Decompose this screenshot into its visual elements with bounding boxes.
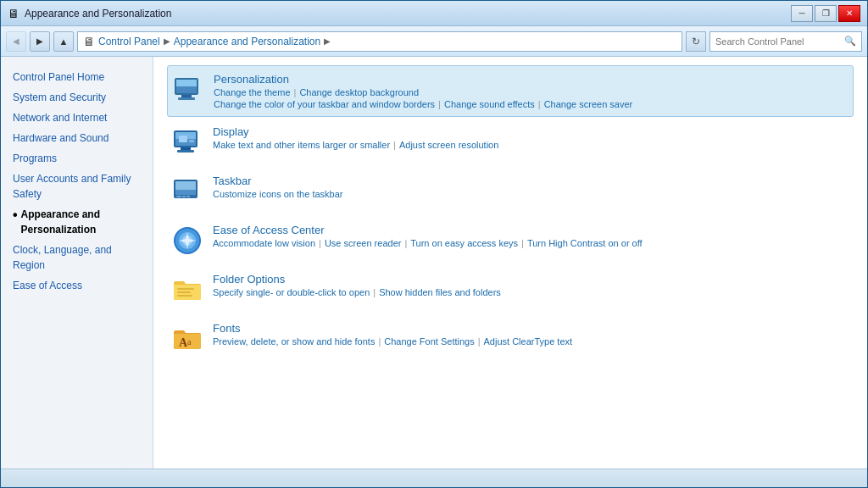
ease-icon bbox=[170, 224, 204, 258]
section-ease-of-access: Ease of Access Center Accommodate low vi… bbox=[167, 217, 854, 264]
link-accommodate-vision[interactable]: Accommodate low vision bbox=[213, 238, 315, 248]
section-fonts: A a Fonts Preview, delete, or show and h… bbox=[167, 315, 854, 363]
title-bar-buttons: ─ ❐ ✕ bbox=[791, 5, 860, 22]
restore-button[interactable]: ❐ bbox=[815, 5, 837, 22]
personalization-title[interactable]: Personalization bbox=[214, 73, 849, 86]
content-area: Control Panel Home System and Security N… bbox=[1, 57, 867, 469]
sep5: | bbox=[319, 238, 321, 248]
sidebar-item-clock-language[interactable]: Clock, Language, and Region bbox=[8, 240, 146, 275]
link-easy-access-keys[interactable]: Turn on easy access keys bbox=[410, 238, 518, 248]
link-high-contrast[interactable]: Turn High Contrast on or off bbox=[527, 238, 643, 248]
main-content: Personalization Change the theme | Chang… bbox=[153, 57, 867, 469]
window-title: Appearance and Personalization bbox=[25, 8, 171, 19]
section-folder-options: Folder Options Specify single- or double… bbox=[167, 266, 854, 313]
svg-rect-16 bbox=[175, 181, 196, 190]
title-bar-left: 🖥 Appearance and Personalization bbox=[8, 7, 171, 20]
ease-links: Accommodate low vision | Use screen read… bbox=[213, 238, 850, 248]
folder-title[interactable]: Folder Options bbox=[213, 273, 850, 286]
close-button[interactable]: ✕ bbox=[838, 5, 860, 22]
taskbar-title[interactable]: Taskbar bbox=[213, 175, 850, 187]
forward-button[interactable]: ▶ bbox=[30, 31, 50, 52]
section-personalization: Personalization Change the theme | Chang… bbox=[167, 65, 854, 117]
sep2: | bbox=[438, 99, 441, 109]
display-icon bbox=[170, 125, 204, 159]
svg-rect-25 bbox=[177, 288, 194, 290]
ease-text: Ease of Access Center Accommodate low vi… bbox=[213, 224, 850, 248]
nav-bar: ◀ ▶ ▲ 🖥 Control Panel ▶ Appearance and P… bbox=[1, 26, 867, 57]
svg-rect-3 bbox=[176, 80, 197, 86]
address-appearance[interactable]: Appearance and Personalization bbox=[174, 36, 320, 47]
link-change-screensaver[interactable]: Change screen saver bbox=[544, 99, 633, 109]
sep4: | bbox=[393, 140, 396, 150]
link-change-theme[interactable]: Change the theme bbox=[214, 87, 291, 97]
link-font-settings[interactable]: Change Font Settings bbox=[384, 336, 474, 347]
link-customize-icons[interactable]: Customize icons on the taskbar bbox=[213, 189, 342, 199]
fonts-icon: A a bbox=[170, 322, 204, 356]
section-display: Display Make text and other items larger… bbox=[167, 119, 854, 166]
status-bar bbox=[1, 469, 867, 487]
sidebar-item-appearance: • Appearance and Personalization bbox=[8, 204, 146, 240]
ease-title[interactable]: Ease of Access Center bbox=[213, 224, 850, 236]
search-bar: 🔍 bbox=[709, 31, 862, 52]
personalization-links-2: Change the color of your taskbar and win… bbox=[214, 99, 849, 109]
sidebar-item-hardware-sound[interactable]: Hardware and Sound bbox=[8, 128, 146, 148]
address-sep-1: ▶ bbox=[164, 36, 170, 46]
section-taskbar: Taskbar Customize icons on the taskbar bbox=[167, 168, 854, 215]
link-change-desktop-bg[interactable]: Change desktop background bbox=[299, 87, 419, 97]
address-bar: 🖥 Control Panel ▶ Appearance and Persona… bbox=[77, 31, 682, 52]
address-control-panel[interactable]: Control Panel bbox=[98, 36, 160, 47]
svg-rect-27 bbox=[177, 295, 192, 297]
svg-rect-11 bbox=[179, 136, 187, 142]
sidebar-bullet: • Appearance and Personalization bbox=[13, 207, 141, 237]
search-icon[interactable]: 🔍 bbox=[844, 36, 856, 47]
personalization-icon bbox=[171, 73, 205, 107]
link-cleartype[interactable]: Adjust ClearType text bbox=[484, 336, 573, 347]
sidebar-item-user-accounts[interactable]: User Accounts and Family Safety bbox=[8, 169, 146, 204]
sep3: | bbox=[538, 99, 541, 109]
link-text-size[interactable]: Make text and other items larger or smal… bbox=[213, 140, 390, 150]
sidebar-item-system-security[interactable]: System and Security bbox=[8, 87, 146, 108]
sep8: | bbox=[373, 287, 376, 297]
sidebar-item-control-panel-home[interactable]: Control Panel Home bbox=[8, 67, 146, 87]
sidebar-item-ease-access[interactable]: Ease of Access bbox=[8, 275, 146, 296]
search-input[interactable] bbox=[715, 36, 841, 47]
address-icon: 🖥 bbox=[83, 35, 95, 48]
link-preview-fonts[interactable]: Preview, delete, or show and hide fonts bbox=[213, 336, 375, 347]
folder-icon bbox=[170, 273, 204, 307]
window: 🖥 Appearance and Personalization ─ ❐ ✕ ◀… bbox=[0, 0, 868, 488]
display-title[interactable]: Display bbox=[213, 125, 850, 138]
sidebar: Control Panel Home System and Security N… bbox=[1, 57, 153, 469]
link-single-double-click[interactable]: Specify single- or double-click to open bbox=[213, 287, 370, 297]
up-button[interactable]: ▲ bbox=[53, 31, 74, 52]
refresh-button[interactable]: ↻ bbox=[686, 31, 706, 52]
folder-text: Folder Options Specify single- or double… bbox=[213, 273, 850, 297]
link-screen-reader[interactable]: Use screen reader bbox=[325, 238, 402, 248]
link-change-sound[interactable]: Change sound effects bbox=[444, 99, 535, 109]
back-button[interactable]: ◀ bbox=[6, 31, 26, 52]
link-adjust-resolution[interactable]: Adjust screen resolution bbox=[399, 140, 498, 150]
link-show-hidden[interactable]: Show hidden files and folders bbox=[379, 287, 501, 297]
minimize-button[interactable]: ─ bbox=[791, 5, 813, 22]
taskbar-links: Customize icons on the taskbar bbox=[213, 189, 850, 199]
svg-text:a: a bbox=[187, 337, 192, 347]
title-bar: 🖥 Appearance and Personalization ─ ❐ ✕ bbox=[1, 1, 867, 26]
taskbar-icon bbox=[170, 175, 204, 208]
sidebar-item-programs[interactable]: Programs bbox=[8, 148, 146, 169]
sep6: | bbox=[404, 238, 407, 248]
taskbar-text: Taskbar Customize icons on the taskbar bbox=[213, 175, 850, 199]
svg-rect-9 bbox=[181, 147, 191, 150]
sidebar-item-network-internet[interactable]: Network and Internet bbox=[8, 108, 146, 128]
folder-links: Specify single- or double-click to open … bbox=[213, 287, 850, 297]
fonts-title[interactable]: Fonts bbox=[213, 322, 850, 335]
display-links: Make text and other items larger or smal… bbox=[213, 140, 850, 150]
svg-rect-2 bbox=[176, 86, 197, 93]
svg-rect-10 bbox=[177, 150, 194, 152]
sidebar-active-label: Appearance and Personalization bbox=[21, 207, 141, 237]
svg-rect-5 bbox=[178, 97, 195, 100]
svg-rect-4 bbox=[181, 95, 192, 97]
link-change-taskbar-color[interactable]: Change the color of your taskbar and win… bbox=[214, 99, 435, 109]
active-bullet: • bbox=[13, 207, 18, 223]
sep10: | bbox=[478, 336, 481, 347]
svg-rect-13 bbox=[189, 140, 194, 142]
personalization-text: Personalization Change the theme | Chang… bbox=[214, 73, 849, 109]
